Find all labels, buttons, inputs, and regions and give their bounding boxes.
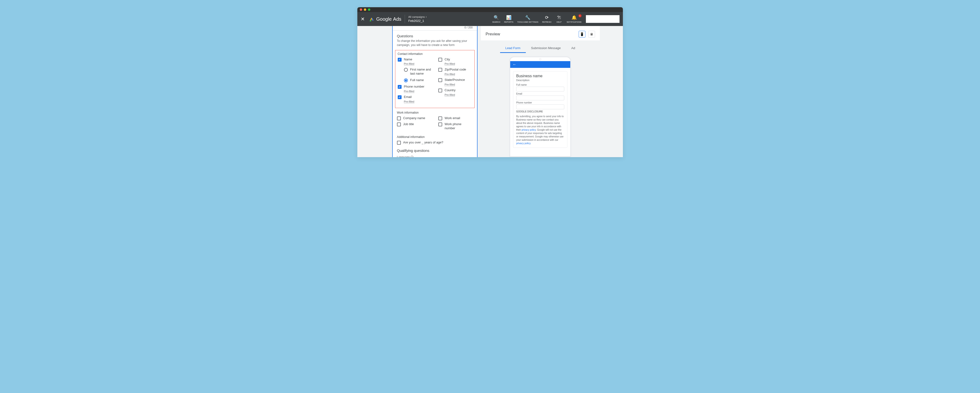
- help-icon[interactable]: ?: [410, 156, 414, 157]
- google-ads-logo-icon: [369, 16, 374, 22]
- tools-button[interactable]: 🔧TOOLS AND SETTINGS: [515, 15, 540, 23]
- help-button[interactable]: ?⃝HELP: [553, 15, 565, 23]
- reports-button[interactable]: 📊REPORTS: [502, 15, 515, 23]
- preview-email-label: Email: [516, 93, 564, 95]
- preview-fullname-input: [516, 87, 564, 91]
- state-checkbox[interactable]: [438, 78, 442, 82]
- prefilled-link[interactable]: Pre-filled: [445, 62, 455, 66]
- contact-info-label: Contact information: [398, 52, 472, 56]
- preview-panel: Preview 📱 🖥 Lead Form Submission Message…: [481, 26, 600, 157]
- contact-info-highlight: Contact information NamePre-filled First…: [395, 50, 475, 108]
- country-checkbox[interactable]: [438, 89, 442, 93]
- tab-ad[interactable]: Ad: [566, 44, 581, 53]
- help-icon: ?⃝: [557, 15, 561, 20]
- form-panel: 0 / 200 Questions To change the informat…: [392, 26, 477, 157]
- questions-description: To change the information you ask for af…: [397, 39, 473, 47]
- first-last-radio[interactable]: [404, 68, 408, 72]
- breadcrumb[interactable]: All campaigns› Feb2022_1: [408, 15, 426, 23]
- qualifying-title: Qualifying questions: [397, 149, 473, 153]
- prefilled-link[interactable]: Pre-filled: [445, 83, 455, 86]
- preview-email-input: [516, 96, 564, 101]
- close-window-dot[interactable]: [360, 8, 362, 11]
- prefilled-link[interactable]: Pre-filled: [404, 90, 414, 93]
- char-count: 0 / 200: [465, 26, 473, 29]
- desktop-icon: 🖥: [590, 32, 593, 36]
- prefilled-link[interactable]: Pre-filled: [445, 93, 455, 96]
- work-email-checkbox[interactable]: [438, 117, 442, 120]
- bell-icon: 🔔: [571, 15, 577, 20]
- full-name-radio[interactable]: [404, 78, 408, 82]
- refresh-icon: ⟳: [545, 15, 549, 20]
- additional-info-label: Additional information: [397, 135, 473, 139]
- age-checkbox[interactable]: [397, 141, 401, 145]
- minimize-window-dot[interactable]: [364, 8, 366, 11]
- brand-text: Google Ads: [376, 16, 402, 22]
- refresh-button[interactable]: ⟳REFRESH: [540, 15, 553, 23]
- svg-point-0: [370, 20, 371, 21]
- phone-checkbox[interactable]: [398, 85, 402, 89]
- phone-speaker: [539, 58, 541, 60]
- mobile-icon: 📱: [580, 32, 584, 36]
- mobile-preview-button[interactable]: 📱: [579, 31, 585, 38]
- name-checkbox[interactable]: [398, 58, 402, 62]
- privacy-policy-link[interactable]: privacy policy: [522, 128, 536, 131]
- main-content: 0 / 200 Questions To change the informat…: [357, 26, 623, 157]
- search-input[interactable]: [586, 15, 619, 23]
- city-checkbox[interactable]: [438, 58, 442, 62]
- desktop-preview-button[interactable]: 🖥: [588, 31, 595, 38]
- tab-lead-form[interactable]: Lead Form: [500, 44, 526, 53]
- preview-fullname-label: Full name: [516, 83, 564, 86]
- questions-title: Questions: [397, 34, 473, 38]
- search-button[interactable]: 🔍SEARCH: [490, 15, 502, 23]
- close-icon[interactable]: ✕: [361, 16, 365, 22]
- header-actions: 🔍SEARCH 📊REPORTS 🔧TOOLS AND SETTINGS ⟳RE…: [490, 15, 619, 23]
- search-icon: 🔍: [493, 15, 499, 20]
- disclosure-text: By submitting, you agree to send your in…: [516, 115, 564, 145]
- zip-checkbox[interactable]: [438, 68, 442, 72]
- disclosure-title: GOOGLE DISCLOSURE: [516, 110, 564, 113]
- tab-submission[interactable]: Submission Message: [526, 44, 566, 53]
- chart-icon: 📊: [506, 15, 511, 20]
- back-arrow-icon[interactable]: ←: [512, 62, 516, 67]
- preview-description: Description: [516, 79, 564, 81]
- notifications-button[interactable]: 🔔 NOTIFICATIONS !: [565, 15, 583, 23]
- prefilled-link[interactable]: Pre-filled: [404, 62, 414, 66]
- maximize-window-dot[interactable]: [368, 8, 370, 11]
- language-label: Language: [397, 155, 410, 157]
- phone-preview: ← Business name Description Full name Em…: [509, 56, 571, 157]
- preview-business-name: Business name: [516, 74, 564, 78]
- wrench-icon: 🔧: [525, 15, 530, 20]
- work-phone-checkbox[interactable]: [438, 123, 442, 126]
- preview-phone-label: Phone number: [516, 101, 564, 104]
- preview-phone-input: [516, 104, 564, 109]
- company-checkbox[interactable]: [397, 117, 401, 120]
- privacy-policy-link[interactable]: privacy policy: [516, 142, 530, 145]
- prefilled-link[interactable]: Pre-filled: [404, 100, 414, 103]
- prefilled-link[interactable]: Pre-filled: [445, 73, 455, 76]
- notification-badge: !: [578, 14, 582, 18]
- email-checkbox[interactable]: [398, 95, 402, 99]
- job-title-checkbox[interactable]: [397, 123, 401, 126]
- preview-tabs: Lead Form Submission Message Ad: [481, 40, 600, 53]
- work-info-label: Work information: [397, 111, 473, 114]
- chevron-right-icon: ›: [426, 15, 427, 19]
- app-window: ✕ Google Ads All campaigns› Feb2022_1 🔍S…: [357, 7, 623, 157]
- app-header: ✕ Google Ads All campaigns› Feb2022_1 🔍S…: [357, 12, 623, 26]
- mac-titlebar: [357, 7, 623, 12]
- preview-title: Preview: [486, 32, 579, 37]
